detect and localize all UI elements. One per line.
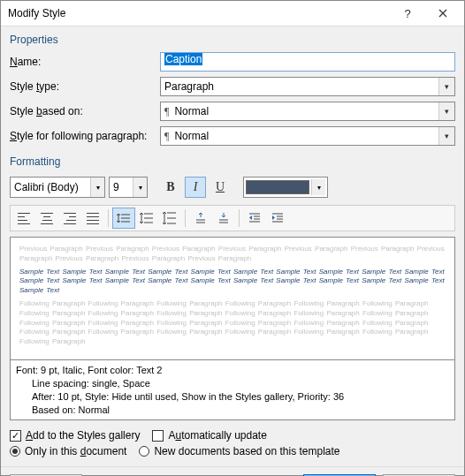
add-to-gallery-label: Add to the Styles gallery [26, 429, 140, 442]
properties-section-label: Properties [10, 34, 455, 46]
line-spacing-2-button[interactable] [158, 208, 181, 229]
separator [239, 209, 240, 227]
underline-button[interactable]: U [210, 177, 231, 198]
font-size-value: 9 [113, 181, 119, 193]
based-on-label: Style based on: [10, 105, 160, 117]
new-documents-radio[interactable]: New documents based on this template [139, 445, 339, 457]
style-type-combo[interactable]: Paragraph ▾ [160, 77, 455, 96]
chevron-down-icon: ▾ [438, 102, 454, 120]
align-center-button[interactable] [35, 208, 58, 229]
font-color-picker[interactable]: ▾ [243, 177, 328, 198]
style-type-label: Style type: [10, 80, 160, 93]
preview-sample-text: Sample Text Sample Text Sample Text Samp… [19, 268, 446, 296]
only-this-document-label: Only in this document [25, 445, 126, 457]
indent-increase-button[interactable] [266, 208, 289, 229]
font-name-value: Calibri (Body) [14, 181, 79, 193]
auto-update-label: Automatically update [168, 429, 266, 442]
color-swatch [246, 180, 309, 194]
separator [108, 209, 109, 227]
align-left-button[interactable] [12, 208, 35, 229]
space-before-increase-button[interactable] [189, 208, 212, 229]
chevron-down-icon: ▾ [311, 179, 325, 195]
pilcrow-icon: ¶ [164, 130, 169, 143]
close-button[interactable] [425, 1, 461, 26]
following-combo[interactable]: ¶ Normal ▾ [160, 126, 455, 146]
based-on-value: Normal [174, 105, 209, 117]
pilcrow-icon: ¶ [164, 105, 169, 118]
radio-selected-icon [10, 446, 20, 457]
modify-style-dialog: Modify Style ? Properties Name: Caption … [0, 0, 465, 476]
chevron-down-icon: ▾ [438, 78, 454, 95]
desc-line: Line spacing: single, Space [16, 377, 449, 390]
style-type-value: Paragraph [164, 80, 214, 93]
desc-line: After: 10 pt, Style: Hide until used, Sh… [16, 390, 449, 404]
chevron-down-icon: ▾ [438, 127, 454, 145]
font-size-combo[interactable]: 9 ▾ [109, 177, 148, 198]
radio-unselected-icon [139, 446, 149, 457]
preview-pane: Previous Paragraph Previous Paragraph Pr… [10, 237, 455, 360]
space-before-decrease-button[interactable] [212, 208, 235, 229]
following-label: Style for following paragraph: [10, 130, 160, 142]
name-label: Name: [10, 56, 160, 68]
chevron-down-icon: ▾ [133, 178, 147, 197]
only-this-document-radio[interactable]: Only in this document [10, 445, 126, 457]
close-icon [438, 9, 447, 18]
help-button[interactable]: ? [390, 1, 425, 26]
paragraph-toolbar [10, 205, 455, 231]
desc-line: Font: 9 pt, Italic, Font color: Text 2 [16, 364, 449, 377]
name-input[interactable]: Caption [160, 52, 455, 72]
style-description: Font: 9 pt, Italic, Font color: Text 2 L… [10, 360, 455, 420]
following-value: Normal [174, 130, 209, 142]
separator [185, 209, 186, 227]
formatting-section-label: Formatting [10, 155, 455, 168]
desc-line: Based on: Normal [16, 404, 449, 417]
line-spacing-1.5-button[interactable] [135, 208, 158, 229]
preview-prev-text: Previous Paragraph Previous Paragraph Pr… [19, 245, 446, 264]
dialog-title: Modify Style [8, 7, 390, 19]
auto-update-checkbox[interactable]: Automatically update [152, 429, 266, 442]
align-right-button[interactable] [58, 208, 81, 229]
new-documents-label: New documents based on this template [154, 445, 339, 457]
titlebar: Modify Style ? [1, 1, 464, 26]
checkbox-unchecked-icon [152, 430, 164, 442]
indent-decrease-button[interactable] [243, 208, 266, 229]
line-spacing-1-button[interactable] [112, 208, 135, 229]
preview-next-text: Following Paragraph Following Paragraph … [19, 299, 446, 347]
checkbox-checked-icon: ✓ [10, 430, 21, 442]
add-to-gallery-checkbox[interactable]: ✓ Add to the Styles gallery [10, 429, 140, 442]
name-value: Caption [164, 53, 202, 65]
bold-button[interactable]: B [160, 177, 181, 198]
chevron-down-icon: ▾ [90, 178, 104, 197]
based-on-combo[interactable]: ¶ Normal ▾ [160, 102, 455, 121]
font-name-combo[interactable]: Calibri (Body) ▾ [10, 177, 105, 198]
align-justify-button[interactable] [81, 208, 104, 229]
italic-button[interactable]: I [185, 177, 206, 198]
